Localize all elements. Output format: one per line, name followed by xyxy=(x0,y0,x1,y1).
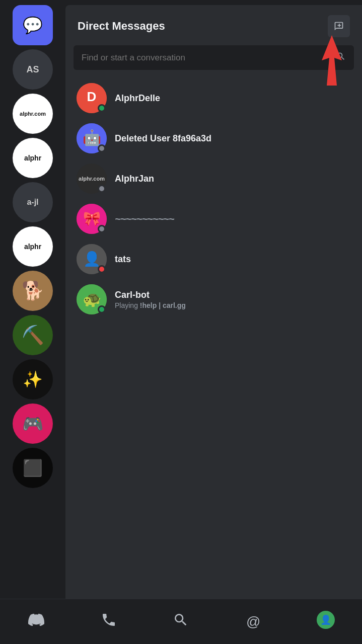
nav-search-icon xyxy=(173,612,189,631)
avatar-wrap-deleted: 🤖 xyxy=(77,123,107,153)
search-icon xyxy=(336,51,346,64)
avatar-wrap-tats: 👤 xyxy=(77,244,107,274)
server-icon-as[interactable]: AS xyxy=(13,49,53,90)
server-icon-dog[interactable]: 🐕 xyxy=(13,271,53,311)
server-icon-alphr-dark[interactable]: alphr xyxy=(13,226,53,267)
conv-info-tats: tats xyxy=(115,254,131,265)
conv-info-alphr-delle: AlphrDelle xyxy=(115,93,160,104)
server-label-dog: 🐕 xyxy=(22,280,44,301)
svg-text:🐢: 🐢 xyxy=(83,290,102,308)
status-offline-deleted xyxy=(98,144,106,152)
avatar-wrap-alphrjan: alphr.com xyxy=(77,164,107,194)
server-label-firework: ✨ xyxy=(23,370,43,389)
svg-text:👤: 👤 xyxy=(83,251,101,267)
nav-profile[interactable]: 👤 xyxy=(306,607,346,637)
status-offline-alphrjan xyxy=(98,185,106,193)
search-bar xyxy=(74,45,354,70)
new-dm-icon xyxy=(334,21,344,31)
conv-info-carlbot: Carl-bot Playing !help | carl.gg xyxy=(115,290,186,309)
server-label-minecraft: ⛏️ xyxy=(22,325,44,346)
conv-item-alphr-delle[interactable]: D AlphrDelle xyxy=(69,78,358,118)
dm-panel: Direct Messages xyxy=(65,5,362,599)
new-dm-button[interactable] xyxy=(328,15,350,37)
conv-sub-carlbot: Playing !help | carl.gg xyxy=(115,301,186,309)
status-offline-unknown xyxy=(98,225,106,233)
conv-info-alphrjan: AlphrJan xyxy=(115,174,154,184)
app-container: 💬 AS alphr.com alphr a-jl alphr xyxy=(0,0,362,644)
conv-name-carlbot: Carl-bot xyxy=(115,290,186,300)
server-icon-alphr-com[interactable]: alphr.com xyxy=(13,94,53,134)
conv-item-carlbot[interactable]: 🐢 Carl-bot Playing !help | carl.gg xyxy=(69,279,358,319)
server-label-black: ⬛ xyxy=(23,458,43,477)
avatar-wrap-unknown: 🎀 xyxy=(77,204,107,234)
svg-text:D: D xyxy=(87,89,97,104)
server-icon-firework[interactable]: ✨ xyxy=(13,359,53,399)
dm-title: Direct Messages xyxy=(78,20,165,33)
status-dnd-tats xyxy=(98,265,106,273)
conv-info-deleted: Deleted User 8fa96a3d xyxy=(115,133,211,144)
nav-profile-icon: 👤 xyxy=(317,611,335,632)
dm-home-icon[interactable]: 💬 xyxy=(13,5,53,45)
server-label-as: AS xyxy=(26,64,39,75)
search-input[interactable] xyxy=(82,53,331,63)
conv-item-tats[interactable]: 👤 tats xyxy=(69,239,358,279)
conv-name-unknown: ~~~~~~~~~~~ xyxy=(115,213,174,225)
svg-text:🎀: 🎀 xyxy=(83,210,101,227)
nav-activity[interactable] xyxy=(89,607,129,637)
server-label-pink: 🎮 xyxy=(22,414,43,434)
conv-name-alphr-delle: AlphrDelle xyxy=(115,93,160,104)
avatar-wrap-alphr-delle: D xyxy=(77,83,107,113)
nav-home-icon xyxy=(28,612,44,631)
bottom-nav: @ 👤 xyxy=(0,599,362,644)
server-label-alphr-com: alphr.com xyxy=(18,109,48,119)
svg-text:alphr.com: alphr.com xyxy=(79,176,105,182)
conv-item-alphr-jan[interactable]: alphr.com AlphrJan xyxy=(69,158,358,199)
server-icon-ajl[interactable]: a-jl xyxy=(13,182,53,222)
nav-search[interactable] xyxy=(161,607,201,637)
conversation-list: D AlphrDelle xyxy=(65,78,362,599)
conv-name-tats: tats xyxy=(115,254,131,265)
server-sidebar: 💬 AS alphr.com alphr a-jl alphr xyxy=(0,0,65,599)
server-label-alphr-white: alphr xyxy=(24,154,41,162)
nav-mentions-icon: @ xyxy=(246,614,260,630)
svg-text:🤖: 🤖 xyxy=(83,129,102,147)
dm-icon-symbol: 💬 xyxy=(23,16,43,35)
nav-activity-icon xyxy=(101,612,117,631)
status-online-carlbot xyxy=(98,305,106,313)
conv-item-unknown[interactable]: 🎀 ~~~~~~~~~~~ xyxy=(69,199,358,239)
dm-panel-wrapper: Direct Messages xyxy=(65,0,362,599)
conv-name-deleted: Deleted User 8fa96a3d xyxy=(115,133,211,144)
nav-mentions[interactable]: @ xyxy=(233,607,273,637)
main-area: 💬 AS alphr.com alphr a-jl alphr xyxy=(0,0,362,599)
conv-info-unknown: ~~~~~~~~~~~ xyxy=(115,213,174,225)
dm-header: Direct Messages xyxy=(65,5,362,45)
conv-item-deleted-user[interactable]: 🤖 Deleted User 8fa96a3d xyxy=(69,118,358,158)
server-icon-black[interactable]: ⬛ xyxy=(13,448,53,488)
server-icon-pink[interactable]: 🎮 xyxy=(13,404,53,444)
server-icon-alphr-white[interactable]: alphr xyxy=(13,138,53,178)
status-online-alphr-delle xyxy=(98,104,106,112)
server-icon-minecraft[interactable]: ⛏️ xyxy=(13,315,53,355)
nav-home[interactable] xyxy=(16,607,56,637)
server-label-alphr-dark: alphr xyxy=(24,243,41,251)
avatar-wrap-carlbot: 🐢 xyxy=(77,284,107,314)
conv-name-alphrjan: AlphrJan xyxy=(115,174,154,184)
server-label-ajl: a-jl xyxy=(27,198,38,207)
svg-text:👤: 👤 xyxy=(320,614,332,625)
